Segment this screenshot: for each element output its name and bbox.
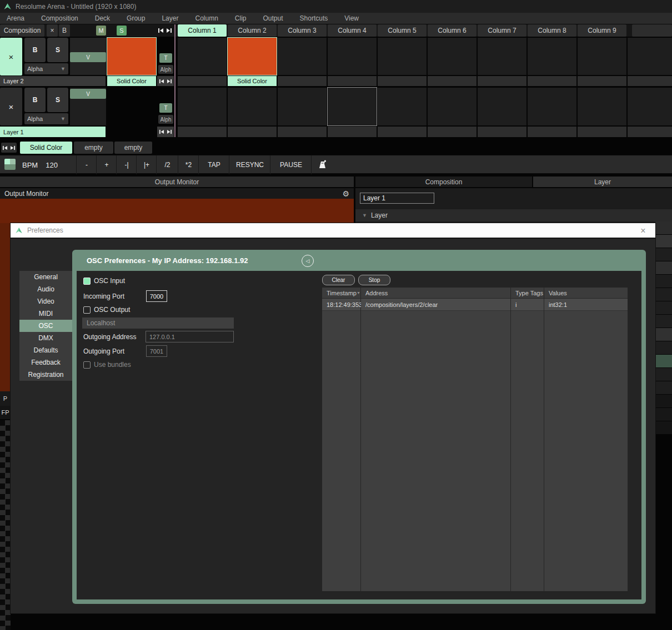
log-cell[interactable]: 18:12:49:353: [322, 299, 360, 311]
log-cell[interactable]: i: [511, 299, 544, 311]
menu-clip[interactable]: Clip: [235, 14, 247, 22]
layer1-alpha-label[interactable]: Alph: [158, 115, 173, 124]
clip-cell[interactable]: [528, 88, 576, 125]
prefs-tab-video[interactable]: Video: [19, 295, 72, 308]
incoming-port-input[interactable]: [146, 290, 167, 302]
clip-cell[interactable]: [278, 88, 327, 125]
clip-cell-label[interactable]: [328, 76, 377, 86]
layer1-blend-mode-dropdown[interactable]: Alpha▼: [24, 113, 68, 124]
layer2-active-clip-label[interactable]: Solid Color: [107, 76, 156, 86]
bpm-half-button[interactable]: /2: [156, 155, 178, 174]
stop-button[interactable]: Stop: [358, 275, 390, 285]
timestamp-header[interactable]: Timestamp▼: [322, 288, 360, 299]
clip-cell[interactable]: [328, 38, 377, 75]
layer2-solo-button[interactable]: S: [47, 38, 68, 62]
layer-section-header[interactable]: ▼ Layer: [355, 209, 672, 221]
skip-back-icon[interactable]: [158, 28, 164, 33]
deck-tab-empty-2[interactable]: empty: [114, 142, 152, 154]
column-7-header[interactable]: Column 7: [478, 24, 526, 37]
clip-cell-label[interactable]: [628, 127, 672, 137]
clip-cell[interactable]: [628, 88, 672, 125]
prefs-tab-audio[interactable]: Audio: [19, 283, 72, 295]
layer1-transition-button[interactable]: T: [159, 103, 172, 113]
clip-cell-label[interactable]: [578, 76, 626, 86]
skip-forward-icon[interactable]: [166, 28, 172, 33]
values-header[interactable]: Values: [544, 288, 628, 299]
layer2-video-button[interactable]: V: [70, 52, 106, 62]
osc-output-checkbox[interactable]: [83, 306, 91, 314]
type-tags-header[interactable]: Type Tags: [511, 288, 544, 299]
bpm-decrease-button[interactable]: -: [76, 155, 97, 174]
clip-cell-label[interactable]: [478, 76, 526, 86]
menu-view[interactable]: View: [344, 14, 359, 22]
menu-layer[interactable]: Layer: [162, 14, 178, 22]
layer2-name-bar[interactable]: Layer 2: [0, 76, 106, 86]
clip-cell[interactable]: [578, 88, 626, 125]
clip-cell[interactable]: [178, 88, 227, 125]
outgoing-port-input[interactable]: [146, 345, 167, 357]
tab-layer[interactable]: Layer: [533, 177, 672, 187]
menu-deck[interactable]: Deck: [95, 14, 110, 22]
osc-input-checkbox[interactable]: [83, 278, 91, 285]
clip-cell-label[interactable]: [478, 127, 526, 137]
metronome-button[interactable]: [311, 155, 333, 174]
layer1-solo-button[interactable]: S: [47, 88, 68, 112]
menu-column[interactable]: Column: [195, 14, 218, 22]
address-header[interactable]: Address: [361, 288, 510, 299]
clip-cell[interactable]: [378, 88, 427, 125]
use-bundles-checkbox[interactable]: [83, 361, 91, 369]
layer2-grid-clip[interactable]: [228, 38, 277, 75]
menu-shortcuts[interactable]: Shortcuts: [300, 14, 328, 22]
layer2-alpha-label[interactable]: Alph: [158, 65, 173, 74]
clip-cell[interactable]: [578, 38, 626, 75]
composition-close-button[interactable]: ×: [47, 24, 58, 37]
clip-cell[interactable]: [478, 38, 526, 75]
localhost-input[interactable]: [82, 317, 234, 329]
skip-forward-icon[interactable]: [167, 129, 172, 134]
tab-output-monitor[interactable]: Output Monitor: [0, 177, 354, 187]
clip-cell-label[interactable]: [428, 76, 477, 86]
skip-back-icon[interactable]: [159, 129, 164, 134]
menu-output[interactable]: Output: [263, 14, 283, 22]
clip-cell-label[interactable]: [528, 76, 576, 86]
prefs-tab-general[interactable]: General: [19, 271, 72, 283]
clip-cell-label[interactable]: [278, 127, 327, 137]
clip-cell[interactable]: [478, 88, 526, 125]
clip-cell[interactable]: [178, 38, 227, 75]
skip-forward-icon[interactable]: [10, 145, 16, 150]
clip-cell-label[interactable]: [628, 76, 672, 86]
clip-cell-label[interactable]: [178, 76, 227, 86]
menu-arena[interactable]: Arena: [7, 14, 24, 22]
menu-composition[interactable]: Composition: [41, 14, 78, 22]
column-4-header[interactable]: Column 4: [328, 24, 377, 37]
composition-master-button[interactable]: M: [96, 26, 106, 36]
bpm-double-button[interactable]: *2: [178, 155, 199, 174]
beat-snap-forward-button[interactable]: |+: [136, 155, 157, 174]
column-8-header[interactable]: Column 8: [528, 24, 576, 37]
layer1-bypass-button[interactable]: B: [24, 88, 46, 112]
column-2-header[interactable]: Column 2: [228, 24, 277, 37]
clip-cell[interactable]: [628, 38, 672, 75]
column-1-header[interactable]: Column 1: [178, 24, 227, 37]
back-arrow-icon[interactable]: ◁: [302, 255, 314, 267]
prefs-tab-registration[interactable]: Registration: [19, 369, 72, 381]
clip-cell[interactable]: [428, 38, 477, 75]
column-3-header[interactable]: Column 3: [278, 24, 327, 37]
log-cell[interactable]: int32:1: [544, 299, 628, 311]
clip-cell[interactable]: [428, 88, 477, 125]
clip-cell-label[interactable]: [528, 127, 576, 137]
clip-cell-label[interactable]: [328, 127, 377, 137]
layer1-name-bar[interactable]: Layer 1: [0, 127, 106, 137]
clip-cell[interactable]: [278, 38, 327, 75]
layer2-transition-button[interactable]: T: [159, 53, 172, 63]
clip-cell[interactable]: [228, 88, 277, 125]
clip-cell-label[interactable]: [228, 127, 277, 137]
clip-cell-label[interactable]: [378, 76, 427, 86]
resync-button[interactable]: RESYNC: [229, 155, 270, 174]
composition-label[interactable]: Composition: [0, 24, 44, 37]
deck-tab-empty-1[interactable]: empty: [74, 142, 113, 154]
menu-group[interactable]: Group: [127, 14, 145, 22]
clear-button[interactable]: Clear: [322, 275, 355, 285]
skip-back-icon[interactable]: [159, 79, 164, 84]
beat-snap-back-button[interactable]: -|: [116, 155, 137, 174]
